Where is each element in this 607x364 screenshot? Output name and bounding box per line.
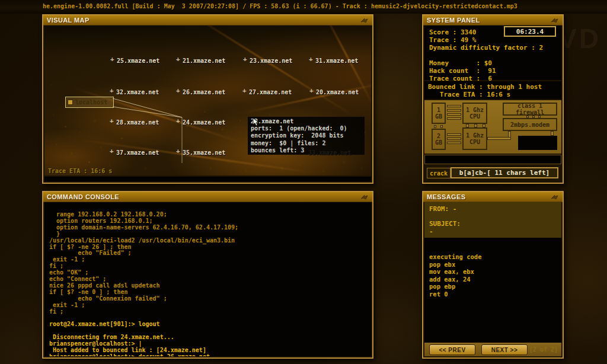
stats-bottom: Money : $0Hack count : 91Trace count : 6 bbox=[429, 59, 561, 82]
stats-gap bbox=[429, 52, 561, 59]
console-line: option domain-name-servers 62.4.16.70, 6… bbox=[49, 225, 368, 231]
crack-button[interactable]: crack bbox=[427, 168, 451, 178]
tooltip-line: bounces left: 3 bbox=[251, 147, 365, 154]
node-label: 20.xmaze.net bbox=[316, 89, 359, 95]
network-map[interactable]: +25.xmaze.net+21.xmaze.net+23.xmaze.net+… bbox=[44, 25, 371, 175]
map-node[interactable]: +28.xmaze.net bbox=[116, 119, 159, 126]
hardware-diagram: 1 GB 1 Ghz CPU class 1 firewall 2mbps.mo… bbox=[424, 100, 561, 154]
node-label: 31.xmaze.net bbox=[315, 58, 358, 64]
panel-grab-icon[interactable] bbox=[550, 194, 560, 200]
node-label: 26.xmaze.net bbox=[183, 89, 225, 95]
node-label: 32.xmaze.net bbox=[116, 89, 159, 95]
visual-map-panel: VISUAL MAP +25.xmaze.net+21.xmaze.net+23… bbox=[42, 14, 373, 184]
stat-line: Dynamic difficulty factor : 2 bbox=[429, 44, 561, 52]
system-divider-bar bbox=[424, 155, 561, 164]
node-crosshair-icon: + bbox=[176, 55, 180, 63]
engine-status-text: he.engine-1.00.0082.full [Build : May 3 … bbox=[43, 3, 517, 9]
visual-map-title: VISUAL MAP bbox=[47, 17, 90, 24]
game-timer: 06:23.4 bbox=[504, 26, 556, 37]
connector bbox=[532, 116, 535, 118]
message-body: executing codepop ebxmov eax, ebxadd eax… bbox=[424, 238, 561, 344]
node-label: 27.xmaze.net bbox=[249, 89, 292, 95]
message-page-indicator: [2 of 2] bbox=[529, 346, 558, 353]
next-message-button[interactable]: NEXT >> bbox=[481, 344, 528, 355]
node-label: 21.xmaze.net bbox=[183, 58, 225, 64]
node-label: 25.xmaze.net bbox=[117, 58, 159, 64]
message-subject-label: SUBJECT: bbox=[429, 220, 561, 228]
console-line: /usr/local/bin/eci-load2 /usr/local/bin/… bbox=[49, 238, 368, 244]
map-node[interactable]: +37.xmaze.net bbox=[116, 149, 159, 156]
map-node[interactable]: +24.xmaze.net bbox=[183, 119, 225, 126]
bounced-trace-eta: Trace ETA : 16:6 s bbox=[428, 91, 561, 98]
connector bbox=[466, 124, 469, 127]
modem-box: 2mbps.modem bbox=[503, 118, 557, 131]
map-node[interactable]: +27.xmaze.net bbox=[249, 89, 292, 95]
prev-message-button[interactable]: << PREV bbox=[429, 344, 475, 355]
tooltip-line: encryption key: 2048 bits bbox=[251, 132, 365, 139]
message-line: ret 0 bbox=[429, 290, 561, 298]
map-node[interactable]: +31.xmaze.net bbox=[315, 58, 358, 64]
visual-map-header: VISUAL MAP bbox=[43, 15, 372, 25]
password-crack-field[interactable]: b[a]cb-[ 11 chars left] bbox=[451, 167, 558, 178]
node-label: 23.xmaze.net bbox=[250, 58, 292, 64]
map-node[interactable]: +20.xmaze.net bbox=[316, 89, 359, 95]
map-node[interactable]: +21.xmaze.net bbox=[183, 58, 225, 64]
background-art-text: VD bbox=[558, 23, 601, 55]
message-line: pop ebp bbox=[429, 283, 561, 290]
node-label: 24.xmaze.net bbox=[183, 119, 225, 126]
stat-line: Money : $0 bbox=[429, 59, 561, 67]
messages-header: MESSAGES bbox=[423, 192, 563, 202]
cpu2-box: 1 Ghz CPU bbox=[462, 127, 487, 150]
message-from: FROM: - bbox=[429, 205, 561, 213]
console-line: echo "Failed" ; bbox=[49, 250, 368, 257]
ram2-box: 2 GB bbox=[432, 129, 446, 150]
crack-row: crack b[a]cb-[ 11 chars left] bbox=[424, 165, 561, 181]
console-line: brianspencer@localhost:> decrypt 26.xmaz… bbox=[49, 354, 368, 356]
node-label: 35.xmaze.net bbox=[183, 149, 225, 156]
host-tooltip: 22.xmaze.net ports: 1 (open/hacked: 0)en… bbox=[248, 117, 365, 155]
map-node[interactable]: +32.xmaze.net bbox=[116, 89, 159, 95]
map-node[interactable]: +25.xmaze.net bbox=[117, 58, 159, 64]
console-line: fi ; bbox=[49, 263, 368, 270]
console-line: fi ; bbox=[49, 309, 368, 315]
localhost-node[interactable]: localhost bbox=[65, 97, 114, 108]
connector bbox=[483, 124, 485, 127]
message-line: add eax, 24 bbox=[429, 276, 561, 283]
console-line: echo "Connexion failed" ; bbox=[49, 296, 368, 302]
connector bbox=[447, 109, 461, 111]
map-node[interactable]: +35.xmaze.net bbox=[183, 149, 225, 156]
command-console-panel: COMMAND CONSOLE range 192.168.0.2 192.16… bbox=[42, 191, 373, 359]
node-crosshair-icon: + bbox=[309, 87, 314, 94]
stat-line: Hack count : 91 bbox=[429, 67, 561, 75]
map-node[interactable]: +23.xmaze.net bbox=[250, 58, 292, 64]
connector bbox=[447, 113, 461, 116]
node-crosshair-icon: + bbox=[243, 55, 247, 63]
localhost-label: localhost bbox=[75, 99, 107, 106]
panel-grab-icon[interactable] bbox=[360, 194, 369, 200]
connector bbox=[526, 116, 529, 118]
connector bbox=[551, 131, 554, 136]
stat-line: Trace : 49 % bbox=[429, 36, 561, 44]
map-trace-eta: Trace ETA : 16:6 s bbox=[48, 168, 112, 174]
node-label: 28.xmaze.net bbox=[116, 119, 159, 126]
messages-panel: MESSAGES FROM: - SUBJECT: - executing co… bbox=[422, 191, 564, 359]
connector bbox=[508, 131, 511, 138]
map-node[interactable]: +26.xmaze.net bbox=[183, 89, 225, 95]
message-line: mov eax, ebx bbox=[429, 268, 561, 276]
console-output[interactable]: range 192.168.0.2 192.168.0.20; option r… bbox=[44, 202, 371, 356]
node-crosshair-icon: + bbox=[176, 147, 180, 155]
messages-title: MESSAGES bbox=[427, 193, 466, 200]
tooltip-body: ports: 1 (open/hacked: 0)encryption key:… bbox=[251, 125, 365, 155]
panel-grab-icon[interactable] bbox=[360, 17, 369, 24]
message-line: executing code bbox=[429, 253, 561, 261]
panel-grab-icon[interactable] bbox=[550, 17, 560, 24]
firewall-box: class 1 firewall bbox=[503, 103, 557, 116]
bounced-link-text: Bounced link : through 1 host bbox=[428, 83, 561, 91]
node-crosshair-icon: + bbox=[176, 117, 180, 124]
console-line: } bbox=[49, 231, 368, 238]
console-line: root@24.xmaze.net[901]:> logout bbox=[49, 321, 368, 328]
command-console-title: COMMAND CONSOLE bbox=[47, 193, 119, 200]
console-line: exit -1 ; bbox=[49, 257, 368, 263]
cpu1-box: 1 Ghz CPU bbox=[462, 103, 487, 124]
tooltip-host-name: 22.xmaze.net bbox=[251, 118, 365, 125]
